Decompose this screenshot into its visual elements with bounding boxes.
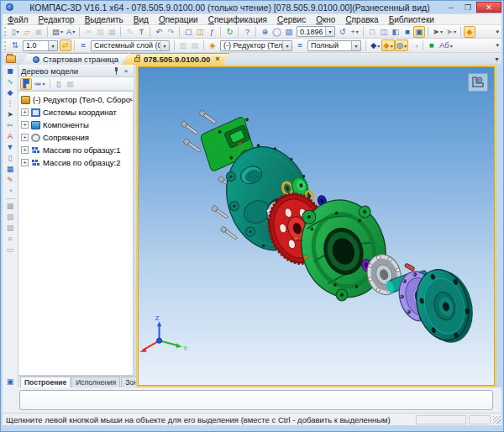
tree-relations-button[interactable]: ▦ <box>65 78 76 90</box>
menu-6-item[interactable]: Спецификация <box>203 15 272 24</box>
chevron-down-icon[interactable]: ▾ <box>282 41 291 50</box>
shaded-button[interactable]: ■ <box>402 26 413 38</box>
display-mode-button[interactable]: ◆▾ <box>381 40 394 51</box>
expander-icon[interactable]: + <box>21 134 29 141</box>
section-display-button[interactable]: ◍▾ <box>395 40 408 51</box>
toolbar-overflow-icon[interactable]: ▾ <box>496 42 501 49</box>
rail-tool-14-icon[interactable]: ▩ <box>4 201 17 212</box>
tree-item-3[interactable]: +Компоненты <box>18 119 133 131</box>
wireframe-button[interactable]: □ <box>366 26 378 38</box>
new-document-button[interactable]: ▯▾ <box>9 26 21 38</box>
expander-icon[interactable]: + <box>21 146 29 154</box>
component-icon-button[interactable]: ◈ <box>207 40 218 51</box>
toolbar-grip[interactable] <box>4 41 8 50</box>
rail-tool-18-icon[interactable]: ▭ <box>4 245 17 256</box>
close-tab-icon[interactable]: × <box>215 55 219 63</box>
selection-area-button[interactable]: ➤▾ <box>444 26 458 38</box>
open-document-button[interactable]: ▱ <box>21 26 33 38</box>
simplification-button[interactable]: ◌▾ <box>408 40 420 51</box>
library-manager-button[interactable]: ◫ <box>194 26 206 38</box>
explode-step-button[interactable]: ⇅ <box>9 40 21 51</box>
rail-tool-4-icon[interactable]: ⋮ <box>4 98 17 109</box>
expander-icon[interactable]: + <box>21 121 29 129</box>
rail-tool-1-icon[interactable]: ◼ <box>4 66 17 76</box>
toolbar-overflow-icon[interactable]: ▾ <box>496 29 501 35</box>
zoom-frame-button[interactable]: ▧ <box>283 26 295 38</box>
tab-overflow-icon[interactable]: ▼ <box>494 56 500 62</box>
pin-icon[interactable] <box>111 66 121 76</box>
toolbar-grip[interactable] <box>4 27 8 36</box>
tree-item-1[interactable]: (-) Редуктор (Тел-0, Сборочн <box>18 93 133 106</box>
layers-button[interactable]: ≡ <box>77 40 89 51</box>
orientation-button[interactable]: ◆▾ <box>369 40 381 51</box>
tree-list-button[interactable]: ≔▾ <box>32 78 47 90</box>
rail-tool-6-icon[interactable]: ✂ <box>4 120 17 131</box>
rail-tool-17-icon[interactable]: ≡ <box>4 234 17 245</box>
rail-tool-9-icon[interactable]: ▯ <box>4 153 17 164</box>
chevron-down-icon[interactable]: ▾ <box>48 41 57 50</box>
chevron-down-icon[interactable]: ▾ <box>160 41 169 50</box>
fx-button[interactable]: ƒ <box>206 26 218 38</box>
annotation-text-button[interactable]: Аб▾ <box>438 40 454 51</box>
shaded-with-edges-button[interactable]: ▣ <box>413 26 425 38</box>
chevron-down-icon[interactable]: ▾ <box>351 41 360 50</box>
paste-button[interactable]: ▦ <box>106 26 118 38</box>
chevron-down-icon[interactable]: ▾ <box>325 27 334 36</box>
tree-structure-button[interactable]: ≡ <box>294 40 306 51</box>
rebuild-button[interactable]: ↻ <box>223 26 235 38</box>
properties-button[interactable]: T <box>135 26 147 38</box>
component-combo[interactable]: (-) Редуктор (Тел-0▾ <box>220 40 292 51</box>
variables-button[interactable]: ▢ <box>182 26 194 38</box>
layer-combo[interactable]: Системный слой (0)▾ <box>91 40 170 51</box>
close-panel-icon[interactable]: × <box>121 66 131 76</box>
tree-tab-1[interactable]: Построение <box>20 377 71 387</box>
copy-properties-button[interactable]: ✎ <box>123 26 135 38</box>
rail-tool-10-icon[interactable]: ▦ <box>4 164 17 175</box>
zoom-current-button[interactable]: ◯ <box>270 26 283 38</box>
resize-grip[interactable] <box>493 416 501 424</box>
menu-10-item[interactable]: Библиотеки <box>384 15 439 24</box>
tab-start[interactable]: Стартовая страница <box>21 53 129 65</box>
menu-5-item[interactable]: Операции <box>154 15 203 24</box>
rail-tool-3-icon[interactable]: ◆ <box>4 87 17 98</box>
context-help-button[interactable]: ? <box>241 26 253 38</box>
menu-1-item[interactable]: Файл <box>3 15 34 24</box>
rail-tool-7-icon[interactable]: A <box>4 131 17 142</box>
tree-item-6[interactable]: +Массив по образцу:2 <box>18 156 133 169</box>
layer-settings-button[interactable]: ▥ <box>177 40 189 51</box>
tree-item-4[interactable]: +Сопряжения <box>18 131 133 144</box>
minimize-button[interactable]: – <box>443 2 459 13</box>
tree-tab-2[interactable]: Исполнения <box>71 377 120 387</box>
menu-3-item[interactable]: Выделить <box>80 15 129 24</box>
close-button[interactable]: ✕ <box>476 2 501 13</box>
print-preview-button[interactable]: A▾ <box>65 26 76 38</box>
tree-item-5[interactable]: +Массив по образцу:1 <box>18 144 133 156</box>
selection-filter-button[interactable]: ➤▾ <box>431 26 444 38</box>
dimensions-3d-button[interactable]: ■ <box>426 40 438 51</box>
tree-item-2[interactable]: +Системы координат <box>18 106 133 119</box>
print-button[interactable]: ▤▾ <box>50 26 65 38</box>
menu-7-item[interactable]: Сервис <box>272 15 311 24</box>
redo-button[interactable]: ↷ <box>165 26 176 38</box>
display-detail-combo[interactable]: Полный▾ <box>307 40 361 51</box>
rail-tool-11-icon[interactable]: ✎ <box>4 175 17 186</box>
zoom-in-button[interactable]: ⊕ <box>259 26 270 38</box>
rail-tool-8-icon[interactable]: ▼ <box>4 142 17 153</box>
explode-view-button[interactable]: ◆ <box>464 26 475 38</box>
menu-4-item[interactable]: Вид <box>129 15 154 24</box>
wireframe-hidden-button[interactable]: ◫ <box>378 26 390 38</box>
explode-apply-button[interactable]: ⇄ <box>60 40 71 51</box>
explode-step-combo[interactable]: 1.0▾ <box>23 40 58 51</box>
expander-icon[interactable]: + <box>21 108 29 116</box>
rail-tool-2-icon[interactable]: ∿ <box>4 76 17 87</box>
rotate-view-button[interactable]: ↺ <box>337 26 349 38</box>
tree-view-button[interactable]: ▛ <box>20 78 32 90</box>
rail-tool-5-icon[interactable]: ➤ <box>4 109 17 120</box>
layer-groups-button[interactable]: ▤ <box>189 40 201 51</box>
expander-icon[interactable]: + <box>21 159 29 166</box>
save-button[interactable]: ▣ <box>33 26 45 38</box>
rail-tool-16-icon[interactable]: ▧ <box>4 223 17 234</box>
orientation-indicator-icon[interactable] <box>468 73 488 92</box>
rail-tool-15-icon[interactable]: ▨ <box>4 212 17 223</box>
tree-doc-button[interactable]: ▯ <box>53 78 65 90</box>
